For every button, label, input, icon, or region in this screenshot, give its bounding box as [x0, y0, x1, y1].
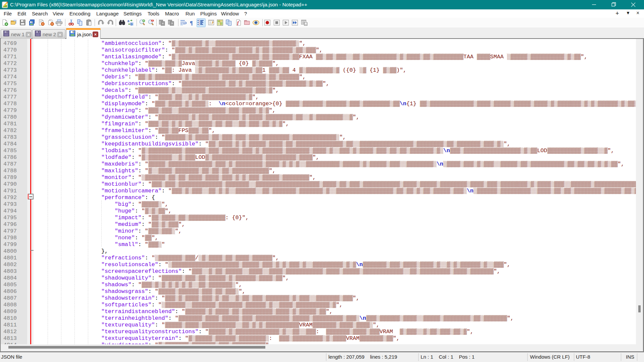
svg-text:¶: ¶ — [190, 20, 193, 26]
svg-text:a: a — [127, 19, 129, 23]
